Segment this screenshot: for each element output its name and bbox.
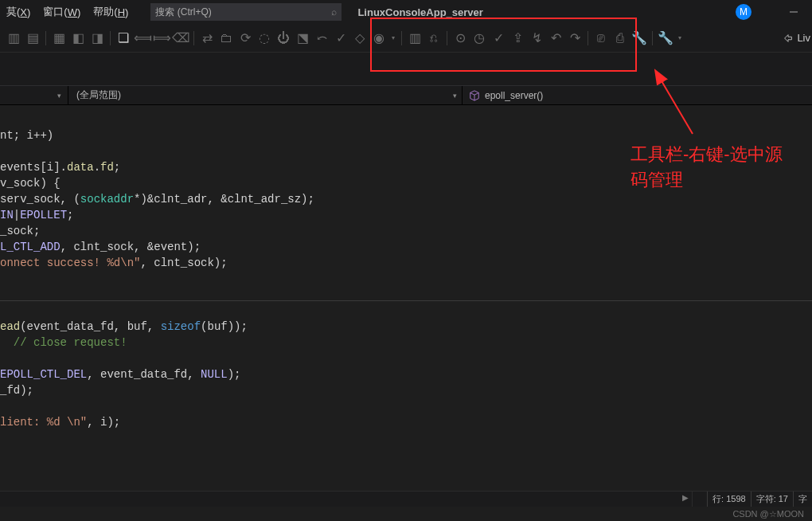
- tool-icon[interactable]: ✓: [332, 29, 349, 47]
- menu-bar: 莫(X) 窗口(W) 帮助(H) 搜索 (Ctrl+Q) ⌕ LinuxCons…: [0, 0, 812, 24]
- tool-icon[interactable]: ◨: [88, 29, 106, 47]
- scc-icon[interactable]: ⎌: [425, 29, 443, 47]
- scope-label: (全局范围): [76, 88, 121, 102]
- tool-icon[interactable]: ⏻: [275, 29, 292, 47]
- toolbar-separator: [447, 31, 447, 45]
- folder-icon[interactable]: 🗀: [217, 29, 235, 47]
- scc-wrench-icon[interactable]: 🔧: [630, 29, 648, 47]
- tool-icon[interactable]: ⬔: [294, 29, 311, 47]
- scc-icon[interactable]: ▥: [406, 29, 424, 47]
- method-icon: [469, 90, 480, 101]
- scc-icon[interactable]: ⊙: [451, 29, 469, 47]
- scope-dropdown[interactable]: (全局范围) ▾: [68, 86, 462, 104]
- toolbar-separator: [45, 31, 46, 45]
- tool-icon[interactable]: ▥: [5, 29, 22, 47]
- status-line: 行: 1598: [707, 492, 751, 507]
- scc-icon[interactable]: ⎚: [592, 29, 610, 47]
- bookmark-next-icon[interactable]: ⟾: [153, 29, 170, 47]
- scc-redo-icon[interactable]: ↷: [566, 29, 584, 47]
- tool-icon[interactable]: ◉: [370, 29, 388, 47]
- scc-commit-icon[interactable]: ✓: [490, 29, 507, 47]
- scc-icon[interactable]: ⇪: [509, 29, 526, 47]
- search-input[interactable]: 搜索 (Ctrl+Q) ⌕: [150, 3, 342, 21]
- scc-icon[interactable]: ⎙: [611, 29, 629, 47]
- scc-wrench-icon[interactable]: 🔧: [657, 29, 674, 47]
- search-placeholder: 搜索 (Ctrl+Q): [155, 6, 331, 19]
- solution-title: LinuxConsoleApp_server: [357, 6, 483, 18]
- toolbar: ▥ ▤ ▦ ◧ ◨ ❏ ⟽ ⟾ ⌫ ⇄ 🗀 ⟳ ◌ ⏻ ⬔ ⤺ ✓ ◇ ◉ ▾ …: [0, 24, 812, 53]
- avatar[interactable]: M: [736, 4, 751, 20]
- project-dropdown[interactable]: [0, 86, 68, 104]
- code-editor[interactable]: nt; i++) events[i].data.fd; v_sock) { se…: [0, 105, 812, 491]
- toolbar-separator: [110, 31, 111, 45]
- toolbar-separator: [652, 31, 653, 45]
- menu-help[interactable]: 帮助(H): [87, 0, 135, 24]
- toolbar-separator: [401, 31, 402, 45]
- share-icon: [783, 33, 794, 44]
- tool-icon[interactable]: ◌: [256, 29, 273, 47]
- menu-x[interactable]: 莫(X): [0, 0, 37, 24]
- function-label: epoll_server(): [485, 90, 543, 101]
- status-extra: 字: [793, 492, 812, 507]
- bookmark-clear-icon[interactable]: ⌫: [172, 29, 189, 47]
- bookmark-prev-icon[interactable]: ⟽: [134, 29, 151, 47]
- status-chars: 字符: 17: [751, 492, 793, 507]
- tool-icon[interactable]: ⇄: [198, 29, 216, 47]
- scc-undo-icon[interactable]: ↶: [547, 29, 564, 47]
- bookmark-icon[interactable]: ❏: [115, 29, 132, 47]
- toolbar-separator: [193, 31, 194, 45]
- toolbar-overflow-icon[interactable]: ▾: [389, 34, 397, 41]
- chevron-down-icon: ▾: [453, 92, 457, 100]
- tool-icon[interactable]: ▦: [50, 29, 68, 47]
- menu-window[interactable]: 窗口(W): [37, 0, 87, 24]
- toolbar-overflow-icon[interactable]: ▾: [676, 34, 684, 41]
- watermark: CSDN @☆MOON: [0, 507, 812, 521]
- status-bar: ▶ 行: 1598 字符: 17 字: [0, 491, 812, 507]
- toolbar-empty-row: [0, 53, 812, 86]
- function-dropdown[interactable]: epoll_server(): [462, 86, 812, 104]
- tool-icon[interactable]: ▤: [24, 29, 41, 47]
- tool-icon[interactable]: ⤺: [313, 29, 330, 47]
- live-share-button[interactable]: Liv: [783, 24, 812, 52]
- horizontal-scrollbar[interactable]: ▶: [0, 492, 693, 507]
- navigation-bar: (全局范围) ▾ epoll_server(): [0, 86, 812, 105]
- toolbar-separator: [588, 31, 588, 45]
- scc-icon[interactable]: ↯: [528, 29, 545, 47]
- tool-icon[interactable]: ◇: [351, 29, 369, 47]
- scroll-right-icon[interactable]: ▶: [682, 493, 689, 502]
- tool-icon[interactable]: ⟳: [236, 29, 254, 47]
- tool-icon[interactable]: ◧: [69, 29, 87, 47]
- scc-icon[interactable]: ◷: [470, 29, 488, 47]
- window-minimize-button[interactable]: [775, 0, 812, 24]
- search-icon: ⌕: [331, 6, 337, 18]
